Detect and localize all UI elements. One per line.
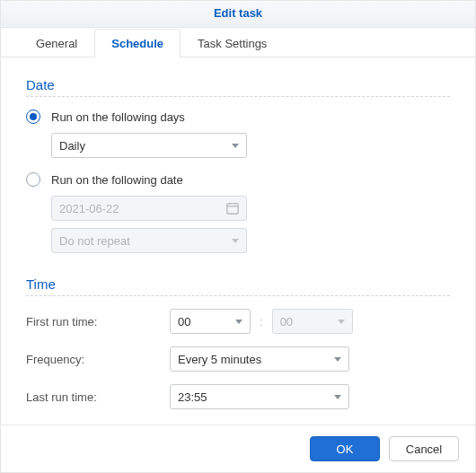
- radio-row-date: Run on the following date: [26, 172, 450, 187]
- select-day-frequency-value: Daily: [59, 139, 85, 153]
- row-last-run: Last run time: 23:55: [26, 384, 450, 409]
- radio-run-following-date-label: Run on the following date: [51, 173, 183, 187]
- section-time-title: Time: [26, 276, 450, 292]
- select-repeat: Do not repeat: [51, 228, 247, 253]
- select-repeat-value: Do not repeat: [59, 234, 130, 248]
- select-first-run-minute: 00: [272, 309, 353, 334]
- window-title: Edit task: [1, 1, 475, 28]
- dialog-footer: OK Cancel: [1, 425, 475, 472]
- radio-run-following-days[interactable]: [26, 109, 40, 124]
- svg-rect-0: [227, 204, 238, 214]
- chevron-down-icon: [232, 144, 239, 148]
- chevron-down-icon: [334, 357, 341, 362]
- row-frequency: Frequency: Every 5 minutes: [26, 346, 450, 372]
- date-options: 2021-06-22 Do not repeat: [51, 196, 450, 253]
- tab-general[interactable]: General: [19, 29, 94, 57]
- select-time-frequency[interactable]: Every 5 minutes: [170, 346, 349, 372]
- cancel-button[interactable]: Cancel: [389, 436, 459, 461]
- radio-run-following-days-label: Run on the following days: [51, 110, 185, 124]
- chevron-down-icon: [235, 320, 242, 324]
- radio-row-days: Run on the following days: [26, 109, 450, 124]
- chevron-down-icon: [232, 239, 239, 243]
- time-colon: :: [256, 315, 267, 328]
- edit-task-window: Edit task General Schedule Task Settings…: [0, 0, 476, 473]
- input-run-date: 2021-06-22: [51, 196, 247, 221]
- section-date-title: Date: [26, 77, 450, 92]
- label-first-run: First run time:: [26, 315, 170, 328]
- tab-bar: General Schedule Task Settings: [1, 28, 475, 57]
- ok-button[interactable]: OK: [310, 436, 380, 461]
- select-first-run-minute-value: 00: [280, 315, 293, 328]
- select-day-frequency[interactable]: Daily: [51, 133, 247, 158]
- label-frequency: Frequency:: [26, 353, 170, 366]
- select-first-run-hour-value: 00: [178, 315, 190, 328]
- row-first-run: First run time: 00 : 00: [26, 309, 450, 334]
- input-run-date-value: 2021-06-22: [59, 202, 119, 215]
- content-area: Date Run on the following days Daily Run…: [1, 57, 475, 425]
- select-last-run-value: 23:55: [178, 390, 207, 404]
- tab-schedule[interactable]: Schedule: [94, 29, 181, 57]
- select-first-run-hour[interactable]: 00: [170, 309, 251, 334]
- select-time-frequency-value: Every 5 minutes: [178, 353, 261, 366]
- chevron-down-icon: [338, 320, 345, 324]
- divider: [26, 295, 450, 296]
- tab-task-settings[interactable]: Task Settings: [181, 29, 284, 57]
- days-options: Daily: [51, 133, 450, 158]
- calendar-icon: [226, 202, 239, 215]
- radio-run-following-date[interactable]: [26, 172, 40, 187]
- chevron-down-icon: [334, 395, 341, 399]
- select-last-run[interactable]: 23:55: [170, 384, 349, 409]
- divider: [26, 96, 450, 97]
- label-last-run: Last run time:: [26, 390, 170, 404]
- first-run-time-group: 00 : 00: [170, 309, 353, 334]
